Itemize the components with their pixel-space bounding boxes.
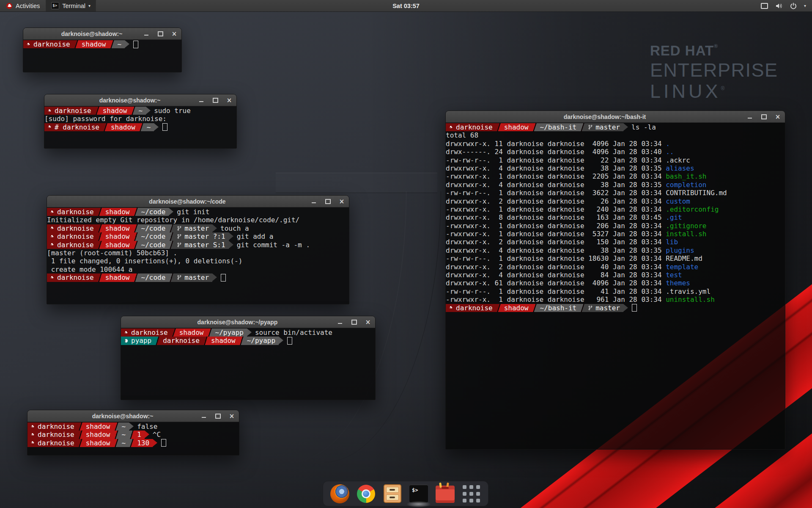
terminal-text: completion — [666, 181, 706, 189]
window-title: darknoise@shadow:~/pyapp — [146, 316, 329, 328]
maximize-button[interactable] — [157, 31, 163, 37]
rhel-wallpaper-logo: RED HAT® ENTERPRISE LINUX® — [650, 44, 778, 101]
terminal-text: CONTRIBUTING.md — [666, 189, 727, 197]
terminal-line: 1 file changed, 0 insertions(+), 0 delet… — [47, 257, 349, 265]
powerline-arrow — [169, 208, 173, 215]
titlebar[interactable]: darknoise@shadow:~ × — [23, 28, 181, 40]
terminal-icon: $> — [409, 485, 428, 502]
maximize-button[interactable] — [351, 319, 357, 325]
powerline-arrow — [154, 123, 159, 131]
desktop: RED HAT® ENTERPRISE LINUX® Activities $>… — [0, 0, 812, 508]
terminal-text: drwxrwxr-x. 8 darknoise darknoise 163 Ja… — [446, 213, 666, 221]
terminal-app-icon: $> — [51, 2, 59, 9]
terminal-window-exit-codes[interactable]: darknoise@shadow:~ × darknoiseshadow~fal… — [27, 410, 239, 456]
logo-line-linux: LINUX® — [650, 82, 778, 101]
minimize-button[interactable] — [198, 97, 204, 103]
titlebar[interactable]: darknoise@shadow:~ × — [27, 410, 239, 422]
powerline-separator — [496, 304, 502, 312]
terminal-content[interactable]: darknoiseshadow~falsedarknoiseshadow~1^C… — [27, 422, 239, 455]
terminal-content[interactable]: darknoiseshadow~sudo true[sudo] password… — [44, 106, 236, 148]
maximize-button[interactable] — [212, 97, 218, 103]
terminal-window-sudo[interactable]: darknoise@shadow:~ × darknoiseshadow~sud… — [44, 94, 237, 149]
powerline-arrow — [247, 329, 252, 336]
maximize-button[interactable] — [761, 114, 767, 120]
clock-label[interactable]: Sat 03:57 — [392, 3, 420, 9]
terminal-line: Initialized empty Git repository in /hom… — [47, 216, 349, 224]
redhat-icon — [26, 42, 31, 47]
chrome-icon — [357, 485, 375, 503]
powerline-separator — [532, 304, 538, 312]
terminal-cursor — [632, 304, 637, 312]
close-icon[interactable]: × — [365, 319, 371, 325]
terminal-line: -rw-rw-r--. 1 darknoise darknoise 22 Jan… — [446, 156, 785, 164]
dock-item-app-grid[interactable] — [461, 484, 481, 504]
terminal-content[interactable]: darknoiseshadow~/pyappsource bin/activat… — [121, 328, 375, 400]
prompt-segment: darknoise — [446, 123, 496, 131]
terminal-text: [sudo] password for darknoise: — [44, 115, 167, 123]
close-icon[interactable]: × — [775, 114, 781, 120]
dock-item-toolbox[interactable] — [435, 484, 455, 504]
powerline-separator — [239, 337, 244, 345]
terminal-text: -rwxrwxr-x. 1 darknoise darknoise 5327 J… — [446, 230, 666, 238]
system-status-area[interactable]: ▾ — [755, 0, 812, 11]
titlebar[interactable]: darknoise@shadow:~/code × — [47, 196, 349, 207]
terminal-window-home-small[interactable]: darknoise@shadow:~ × darknoiseshadow~ — [23, 28, 182, 72]
dock-item-terminal[interactable]: $> — [409, 484, 429, 504]
terminal-content[interactable]: darknoiseshadow~/bash-itmasterls -latota… — [446, 123, 785, 449]
terminal-window-pyapp[interactable]: darknoise@shadow:~/pyapp × darknoiseshad… — [121, 316, 376, 400]
close-icon[interactable]: × — [171, 31, 177, 37]
terminal-text: .gitignore — [666, 222, 706, 230]
prompt-segment: shadow — [79, 40, 110, 48]
titlebar[interactable]: darknoise@shadow:~ × — [44, 94, 236, 106]
close-icon[interactable]: × — [229, 413, 235, 419]
prompt-segment: ~ — [144, 123, 154, 131]
minimize-button[interactable] — [143, 31, 149, 37]
redhat-icon — [30, 440, 35, 445]
powerline-separator — [97, 224, 103, 232]
redhat-icon — [448, 125, 453, 130]
minimize-button[interactable] — [337, 319, 343, 325]
terminal-line: drwxrwxr-x. 61 darknoise darknoise 4096 … — [446, 279, 785, 287]
terminal-text: . — [666, 140, 670, 148]
terminal-text: drwxrwxr-x. 61 darknoise darknoise 4096 … — [446, 279, 666, 287]
terminal-text: .. — [666, 148, 674, 156]
terminal-text: -rw-rw-r--. 1 darknoise darknoise 22 Jan… — [446, 156, 666, 164]
terminal-window-bash-it[interactable]: darknoise@shadow:~/bash-it × darknoisesh… — [445, 110, 785, 450]
dock-item-firefox[interactable] — [330, 484, 350, 504]
terminal-text: template — [666, 263, 698, 271]
titlebar[interactable]: darknoise@shadow:~/bash-it × — [446, 111, 785, 123]
dock: $> — [323, 481, 488, 506]
terminal-text: .git — [666, 213, 682, 221]
activities-button[interactable]: Activities — [0, 0, 46, 11]
prompt-segment: darknoise — [23, 40, 74, 48]
prompt-segment: 130 — [134, 439, 153, 447]
terminal-window-code[interactable]: darknoise@shadow:~/code × darknoiseshado… — [47, 195, 349, 304]
app-menu-terminal[interactable]: $> Terminal ▾ — [46, 0, 96, 11]
dock-item-files[interactable] — [382, 484, 402, 504]
close-icon[interactable]: × — [339, 199, 345, 204]
prompt-segment: shadow — [83, 431, 114, 439]
titlebar[interactable]: darknoise@shadow:~/pyapp × — [121, 316, 375, 328]
maximize-button[interactable] — [215, 413, 221, 419]
prompt-segment: darknoise — [27, 439, 78, 447]
maximize-button[interactable] — [325, 199, 331, 204]
prompt-segment: ~ — [115, 40, 125, 48]
powerline-arrow — [229, 232, 233, 240]
minimize-button[interactable] — [201, 413, 207, 419]
terminal-content[interactable]: darknoiseshadow~ — [23, 40, 181, 72]
terminal-line: darknoiseshadow~false — [27, 422, 239, 431]
terminal-line: drwxrwxr-x. 8 darknoise darknoise 163 Ja… — [446, 213, 785, 221]
terminal-content[interactable]: darknoiseshadow~/codegit initInitialized… — [47, 207, 349, 304]
prompt-segment: darknoise — [47, 232, 97, 240]
minimize-button[interactable] — [311, 199, 317, 204]
terminal-line: darknoiseshadow~sudo true — [44, 107, 236, 115]
chevron-down-icon: ▾ — [88, 3, 91, 8]
terminal-text: [master (root-commit) 50bcb63] . — [47, 249, 177, 257]
prompt-segment: darknoise — [47, 208, 97, 216]
minimize-button[interactable] — [747, 114, 753, 120]
powerline-separator — [139, 123, 144, 131]
close-icon[interactable]: × — [226, 97, 232, 103]
terminal-line: darknoiseshadow~1^C — [27, 431, 239, 439]
dock-item-chrome[interactable] — [356, 484, 376, 504]
window-title: darknoise@shadow:~ — [70, 94, 190, 106]
